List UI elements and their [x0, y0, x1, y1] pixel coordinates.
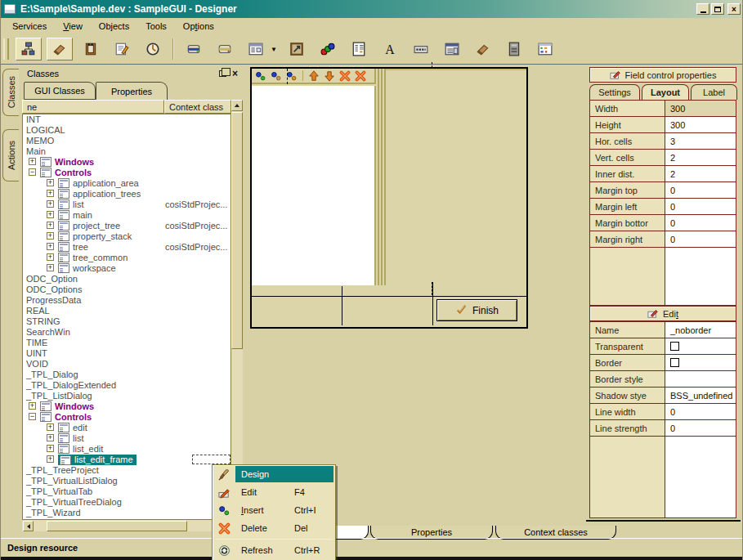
toolbar-button-ribbon[interactable] — [315, 38, 341, 60]
edit-section-header[interactable]: Edit — [589, 306, 736, 321]
tree-item-time[interactable]: TIME — [23, 338, 231, 348]
designed-list-control[interactable] — [252, 86, 376, 285]
toolbar-drag-handle[interactable] — [3, 38, 9, 60]
toolbar-button-dialog-dots[interactable] — [532, 38, 558, 60]
tree-item-controls[interactable]: −Controls — [23, 168, 231, 178]
tree-item-searchwin[interactable]: SearchWin — [23, 327, 231, 338]
property-value-border-style[interactable] — [665, 371, 736, 387]
design-canvas-dialog[interactable]: Finish — [250, 67, 528, 329]
tree-item-controls[interactable]: −Controls — [23, 412, 231, 423]
toolbar-button-clock[interactable] — [140, 38, 166, 60]
toolbar-button-edit-doc[interactable] — [109, 38, 135, 60]
column-header-context-class[interactable]: Context class — [164, 100, 231, 114]
tree-item-edit[interactable]: +edit — [23, 423, 231, 433]
expand-toggle-icon[interactable]: + — [47, 445, 54, 452]
menu-objects[interactable]: Objects — [91, 19, 137, 34]
tree-item-main[interactable]: +main — [23, 210, 231, 221]
side-tab-actions[interactable]: Actions — [2, 129, 19, 181]
checkbox-border[interactable] — [670, 358, 679, 367]
maximize-button[interactable] — [711, 3, 724, 15]
expand-toggle-icon[interactable]: + — [29, 402, 36, 410]
tree-item-project-tree[interactable]: +project_treecosiStdProjec... — [23, 221, 231, 231]
design-cell-area[interactable] — [386, 69, 526, 285]
property-value-name[interactable]: _noborder — [665, 322, 736, 338]
tree-item-application-area[interactable]: +application_area — [23, 178, 231, 189]
tree-item-application-trees[interactable]: +application_trees — [23, 189, 231, 199]
tab-settings[interactable]: Settings — [589, 84, 640, 100]
tree-item-tree[interactable]: +treecosiStdProjec... — [23, 242, 231, 253]
tree-item-uint[interactable]: UINT — [23, 348, 231, 359]
tree-item-void[interactable]: VOID — [23, 359, 231, 370]
checkbox-transparent[interactable] — [670, 342, 679, 351]
finish-button[interactable]: Finish — [436, 299, 517, 321]
tree-item-odc-option[interactable]: ODC_Option — [23, 274, 231, 284]
expand-toggle-icon[interactable]: + — [47, 190, 54, 197]
menu-view[interactable]: View — [55, 19, 91, 34]
column-header-name[interactable]: ne — [22, 100, 164, 114]
property-value-vert-cells[interactable]: 2 — [665, 150, 736, 165]
tree-item-tpl-virtualtreedialog[interactable]: _TPL_VirtualTreeDialog — [23, 497, 231, 508]
vertical-scroll-thumb[interactable] — [231, 112, 243, 349]
tree-item-tpl-dialog[interactable]: _TPL_Dialog — [23, 370, 231, 380]
menu-options[interactable]: Options — [175, 19, 222, 34]
toolbar-button-drive-blue[interactable] — [181, 38, 207, 60]
expand-toggle-icon[interactable]: + — [47, 222, 54, 229]
close-panel-icon[interactable]: × — [232, 69, 238, 78]
tree-item-property-stack[interactable]: +property_stack — [23, 231, 231, 242]
design-toolbar-button-arrow-down[interactable] — [323, 69, 336, 83]
field-control-properties-header[interactable]: Field control properties — [589, 67, 736, 83]
expand-toggle-icon[interactable]: + — [47, 253, 54, 261]
tree-item-logical[interactable]: LOGICAL — [23, 125, 231, 136]
expand-toggle-icon[interactable]: + — [47, 434, 54, 441]
tree-item-windows[interactable]: +Windows — [23, 157, 231, 168]
tree-item-memo[interactable]: MEMO — [23, 136, 231, 146]
context-menu-item-refresh[interactable]: RefreshCtrl+R — [213, 541, 335, 559]
tree-item-workspace[interactable]: +workspace — [23, 263, 231, 274]
tree-item-main[interactable]: Main — [23, 146, 231, 157]
expand-toggle-icon[interactable]: + — [47, 455, 54, 463]
property-value-line-strength[interactable]: 0 — [665, 420, 736, 436]
expand-toggle-icon[interactable]: + — [47, 232, 54, 240]
expand-toggle-icon[interactable]: + — [47, 200, 54, 208]
scroll-left-button[interactable] — [23, 521, 34, 531]
design-toolbar-button-delete-x[interactable] — [354, 69, 367, 83]
toolbar-button-abc-button[interactable] — [408, 38, 434, 60]
tree-item-tpl-listdialog[interactable]: _TPL_ListDialog — [23, 391, 231, 401]
tree-item-odc-options[interactable]: ODC_Options — [23, 284, 231, 295]
expand-toggle-icon[interactable]: + — [47, 179, 54, 186]
close-button[interactable]: × — [727, 3, 741, 15]
tree-item-tpl-dialogextended[interactable]: _TPL_DialogExtended — [23, 380, 231, 391]
context-menu-item-design[interactable]: Design — [213, 465, 335, 483]
scroll-up-button[interactable] — [231, 100, 243, 111]
tree-item-progressdata[interactable]: ProgressData — [23, 295, 231, 306]
side-tab-classes[interactable]: Classes — [2, 69, 19, 116]
toolbar-button-hierarchy[interactable] — [16, 38, 42, 60]
tab-properties-left[interactable]: Properties — [96, 82, 168, 100]
property-value-height[interactable]: 300 — [665, 117, 736, 132]
property-value-line-width[interactable]: 0 — [665, 404, 736, 419]
tree-item-tpl-virtualtab[interactable]: _TPL_VirtualTab — [23, 486, 231, 497]
context-menu-item-insert[interactable]: InsertCtrl+I — [213, 501, 335, 519]
tree-item-tpl-wizard[interactable]: _TPL_Wizard — [23, 508, 231, 518]
expand-toggle-icon[interactable]: + — [47, 423, 54, 431]
property-value-margin-right[interactable]: 0 — [665, 231, 736, 247]
menu-tools[interactable]: Tools — [137, 19, 175, 34]
tree-item-string[interactable]: STRING — [23, 316, 231, 327]
expand-toggle-icon[interactable]: − — [29, 168, 36, 176]
toolbar-button-window-list[interactable] — [439, 38, 465, 60]
property-value-shadow-stye[interactable]: BSS_undefined — [665, 388, 736, 403]
tree-item-list[interactable]: +listcosiStdProjec... — [23, 199, 231, 210]
horizontal-scroll-thumb[interactable] — [47, 521, 187, 531]
tree-item-list[interactable]: +list — [23, 433, 231, 444]
design-toolbar-button-arrow-up[interactable] — [307, 69, 320, 83]
expand-toggle-icon[interactable]: + — [47, 211, 54, 218]
minimize-button[interactable] — [696, 3, 709, 15]
context-menu-item-edit[interactable]: EditF4 — [213, 483, 335, 501]
menu-services[interactable]: Services — [4, 19, 55, 34]
toolbar-button-eraser[interactable] — [470, 38, 496, 60]
splitter-handle[interactable] — [378, 69, 386, 285]
property-value-width[interactable]: 300 — [665, 101, 736, 116]
property-value-inner-dist[interactable]: 2 — [665, 166, 736, 181]
title-bar[interactable]: E:\Sample\Sample.dev : SampleGUI - Desig… — [1, 0, 743, 18]
expand-toggle-icon[interactable]: + — [47, 264, 54, 271]
